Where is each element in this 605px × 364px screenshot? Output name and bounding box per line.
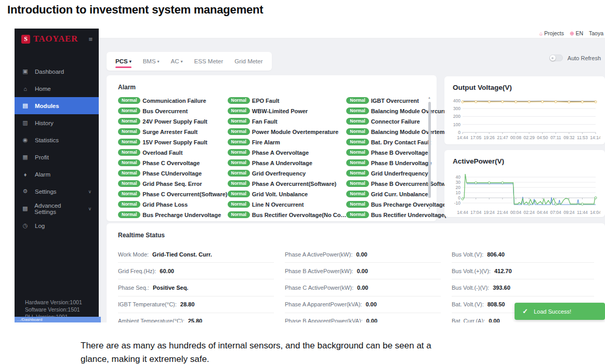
output-voltage-title: Output Voltage(V) [444, 76, 605, 91]
topbar: ⌂Projects⊕ENTaoya [99, 29, 605, 38]
alarm-label: Grid Curr. Unbalance [371, 191, 428, 197]
chevron-down-icon: ∨ [88, 206, 91, 211]
tab-pcs[interactable]: PCS▾ [110, 52, 137, 71]
sidebar-item-home[interactable]: ⌂Home [15, 80, 99, 97]
svg-text:14:44: 14:44 [457, 135, 468, 140]
chevron-down-icon: ▾ [129, 59, 131, 64]
alarm-label: EPO Fault [252, 98, 280, 104]
alarm-label: 15V Power Supply Fault [142, 139, 207, 145]
active-power-card: ActivePower(V) -1001020304014:4417:0419:… [444, 150, 605, 217]
svg-text:10: 10 [456, 190, 461, 195]
status-badge: Normal [118, 118, 140, 125]
svg-text:00:08: 00:08 [510, 135, 522, 140]
profit-icon: ▦ [22, 154, 29, 160]
sidebar-item-statistics[interactable]: ◉Statistics [15, 131, 99, 149]
sidebar-item-label: Log [35, 223, 45, 229]
status-label: Phase A ActivePower(kW): [285, 251, 352, 258]
chevron-down-icon: ▾ [181, 59, 183, 64]
chevron-down-icon: ∨ [88, 189, 91, 194]
header-link-taoya[interactable]: Taoya [589, 30, 603, 36]
status-badge: Normal [228, 118, 250, 125]
sidebar-item-settings[interactable]: ⚙Settings∨ [15, 183, 99, 200]
tab-ess-meter[interactable]: ESS Meter [189, 52, 229, 71]
sidebar-nav: ▣Dashboard⌂Home▤Modules▥History◉Statisti… [15, 63, 99, 234]
status-badge: Normal [346, 201, 369, 208]
scroll-down-icon[interactable]: ▼ [428, 207, 431, 210]
sidebar: S TAOYAER ≡ ▣Dashboard⌂Home▤Modules▥Hist… [15, 29, 99, 322]
tab-bms[interactable]: BMS▾ [137, 52, 165, 71]
menu-collapse-icon[interactable]: ≡ [88, 35, 93, 43]
software-version: Software Version:1501 [25, 306, 82, 313]
sidebar-item-label: Settings [35, 188, 57, 195]
alarm-item: NormalCommunication Failure [118, 97, 228, 104]
scrollbar-thumb[interactable] [428, 102, 431, 198]
status-label: Bus Volt.(V): [452, 251, 483, 258]
settings-gear-icon: ⚙ [22, 188, 29, 195]
auto-refresh-control: Auto Refresh [549, 55, 601, 61]
brand-logo-text: TAOYAER [33, 34, 78, 44]
status-badge: Normal [118, 211, 140, 218]
sidebar-item-modules[interactable]: ▤Modules [15, 97, 99, 114]
alarm-item: NormalFan Fault [228, 118, 347, 125]
alarm-item: NormalFire Alarm [228, 139, 347, 145]
alarm-label: Bus Rectifier Overvoltage(No Co… [252, 212, 347, 218]
status-badge: Normal [346, 107, 369, 114]
alarm-item: NormalOverload Fault [118, 149, 228, 156]
tab-label: AC [171, 58, 179, 64]
sidebar-item-history[interactable]: ▥History [15, 114, 99, 131]
scroll-up-icon[interactable]: ▲ [428, 96, 431, 99]
tab-grid-meter[interactable]: Grid Meter [229, 52, 268, 71]
status-badge: Normal [346, 211, 369, 218]
sidebar-item-log[interactable]: ◷Log [15, 217, 99, 234]
status-row: Bus Volt.(V):806.40 [452, 246, 594, 263]
sidebar-item-profit[interactable]: ▦Profit [15, 149, 99, 166]
status-row: Phase B ApparentPower(kVA):0.00 [285, 313, 441, 322]
toggle-knob [550, 55, 556, 61]
history-icon: ▥ [22, 119, 29, 126]
alarm-label: Bus Precharge Undervoltage [142, 212, 221, 218]
tab-ac[interactable]: AC▾ [165, 52, 189, 71]
status-badge: Normal [118, 159, 140, 166]
status-value: Grid-Tied Const. Curr. [152, 251, 212, 258]
alarm-label: Phase CUndervoltage [142, 170, 202, 177]
sidebar-item-alarm[interactable]: ♦Alarm [15, 166, 99, 183]
status-label: Phase B ApparentPower(kVA): [285, 318, 363, 322]
realtime-status-title: Realtime Status [107, 223, 605, 239]
alarm-item: NormalGrid Phase Seq. Error [118, 180, 228, 187]
header-link-projects[interactable]: ⌂Projects [540, 30, 564, 36]
alarm-label: Phase C Overvoltage [142, 160, 200, 166]
realtime-column-2: Phase A ActivePower(kW):0.00Phase B Acti… [285, 246, 441, 322]
alarm-item: NormalBus Precharge Undervoltage [118, 211, 228, 218]
status-badge: Normal [346, 170, 369, 177]
svg-text:100: 100 [453, 122, 461, 127]
svg-text:09:24: 09:24 [563, 210, 575, 215]
alarm-label: Phase B Undervoltage [371, 160, 432, 166]
hardware-version: Hardware Version:1001 [25, 299, 82, 306]
status-value: 0.00 [357, 268, 367, 274]
auto-refresh-toggle[interactable] [549, 55, 563, 61]
svg-text:11:44: 11:44 [577, 210, 588, 215]
sidebar-item-label: Statistics [35, 137, 59, 143]
status-badge: Normal [346, 139, 369, 145]
svg-text:00:04: 00:04 [510, 210, 522, 215]
status-label: Ambient Temperature(°C): [118, 318, 185, 322]
header-link-label: Taoya [589, 30, 603, 36]
alarm-item: NormalEPO Fault [228, 97, 347, 104]
status-badge: Normal [228, 201, 250, 208]
status-value: 25.80 [188, 318, 203, 322]
alarm-column-1: NormalCommunication FailureNormalBus Ove… [118, 97, 228, 218]
header-link-en[interactable]: ⊕EN [570, 30, 583, 36]
svg-text:19:24: 19:24 [484, 210, 495, 215]
sidebar-item-dashboard[interactable]: ▣Dashboard [15, 63, 99, 80]
status-row: Grid Freq.(Hz):60.00 [118, 263, 274, 279]
alarm-label: Bus Precharge Overvoltage [371, 201, 446, 208]
status-badge: Normal [346, 128, 369, 135]
check-icon: ✓ [522, 307, 528, 315]
log-clock-icon: ◷ [22, 222, 29, 229]
status-value: 806.40 [487, 251, 505, 258]
sidebar-item-advanced-settings[interactable]: ▩Advanced Settings∨ [15, 200, 99, 217]
status-badge: Normal [228, 211, 250, 218]
status-value: 60.00 [160, 268, 174, 274]
status-row: Bus Volt.(-)(V):393.60 [452, 279, 594, 296]
status-badge: Normal [346, 191, 369, 197]
